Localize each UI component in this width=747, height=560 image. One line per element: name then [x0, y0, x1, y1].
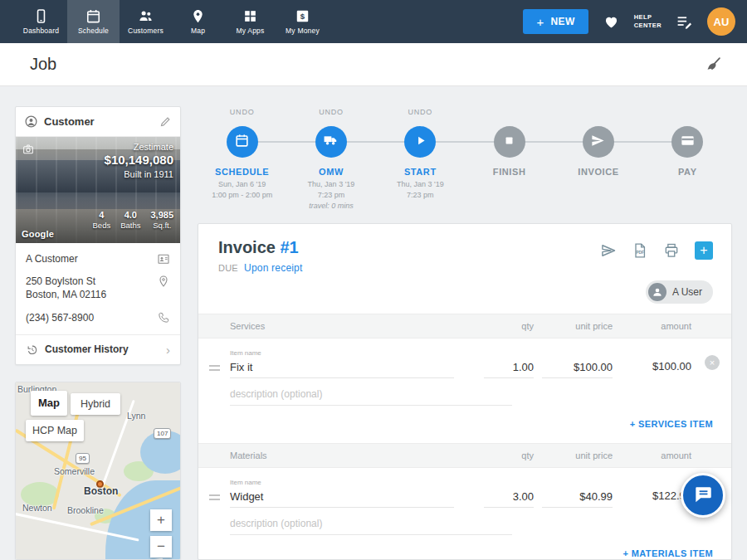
map-card: 95 107 Burlington Lynn Somerville Boston… [15, 382, 181, 560]
customer-phone-row: (234) 567-8900 [26, 311, 170, 324]
add-materials-item-link[interactable]: + MATERIALS ITEM [622, 548, 713, 558]
todo-list-icon[interactable] [676, 13, 693, 31]
map-type-hybrid-button[interactable]: Hybrid [71, 393, 120, 415]
omw-step-button[interactable] [315, 126, 347, 158]
timeline-step-omw: UNDO OMW Thu, Jan 3 '19 7:23 pm travel: … [286, 108, 375, 212]
customer-name-row: A Customer [26, 252, 170, 265]
step-date-line: Sun, Jan 6 '19 [198, 179, 286, 190]
material-unit-price-input[interactable] [542, 489, 613, 508]
nav-my-money[interactable]: $ My Money [276, 0, 329, 43]
undo-omw-button[interactable]: UNDO [286, 108, 375, 119]
customer-address-row: 250 Boylston St Boston, MA 02116 [26, 275, 170, 301]
service-item-row: Item name $100.00 × [198, 338, 731, 378]
section-title: Materials [230, 450, 476, 460]
new-button[interactable]: + NEW [523, 9, 588, 34]
start-step-button[interactable] [404, 126, 436, 158]
customer-history-row[interactable]: Customer History › [16, 334, 180, 364]
invoice-step-button[interactable] [583, 126, 614, 158]
amount-column-header: amount [613, 321, 691, 331]
finish-step-button[interactable] [494, 126, 525, 158]
new-button-label: NEW [551, 16, 575, 27]
due-value-link[interactable]: Upon receipt [244, 262, 302, 274]
assignee-chip[interactable]: A User [646, 280, 713, 304]
step-label: INVOICE [554, 167, 642, 177]
service-description-input[interactable] [230, 387, 512, 406]
nav-schedule[interactable]: Schedule [67, 0, 120, 43]
user-avatar-icon [648, 283, 666, 301]
material-name-input[interactable] [230, 489, 454, 508]
undo-schedule-button[interactable]: UNDO [198, 108, 286, 119]
material-qty-input[interactable] [484, 489, 534, 508]
service-unit-price-input[interactable] [542, 359, 613, 378]
map-label-newton: Newton [22, 503, 52, 513]
plus-icon: + [536, 15, 544, 29]
pdf-icon[interactable]: PDF [632, 242, 648, 259]
route-shield-107: 107 [154, 428, 171, 439]
drag-handle-icon[interactable] [209, 494, 220, 503]
phone-call-icon[interactable] [157, 311, 170, 324]
invoice-card: Invoice #1 DUE Upon receipt PDF + [198, 223, 732, 560]
undo-spacer [643, 108, 732, 119]
chat-fab-button[interactable] [681, 473, 725, 518]
timeline-step-finish: FINISH [465, 108, 554, 212]
service-qty-input[interactable] [484, 359, 534, 378]
schedule-step-button[interactable] [227, 126, 258, 158]
material-description-row [198, 508, 731, 535]
property-photo: Zestimate $10,149,080 Built in 1911 4 Be… [16, 137, 180, 243]
undo-start-button[interactable]: UNDO [376, 108, 465, 119]
nav-label: My Apps [237, 27, 265, 35]
add-invoice-button[interactable]: + [695, 241, 713, 260]
drag-handle-icon[interactable] [209, 365, 220, 373]
primary-nav: Dashboard Schedule Customers Map My Apps… [15, 0, 329, 43]
item-name-cell: Item name [230, 349, 476, 378]
customer-card-title: Customer [44, 115, 154, 128]
remove-service-item-icon[interactable]: × [705, 355, 720, 370]
sqft-label: Sq.ft. [150, 221, 173, 230]
nav-dashboard[interactable]: Dashboard [15, 0, 67, 43]
nav-label: Customers [128, 27, 164, 35]
built-year: Built in 1911 [105, 169, 173, 179]
nav-customers[interactable]: Customers [120, 0, 172, 43]
baths-value: 4.0 [120, 210, 140, 220]
location-pin-icon[interactable] [157, 275, 170, 288]
print-icon[interactable] [663, 242, 680, 259]
unit-price-cell [534, 489, 613, 508]
qty-cell [476, 489, 534, 508]
people-icon [138, 8, 154, 24]
unit-price-column-header: unit price [534, 450, 613, 460]
add-services-item-link[interactable]: + SERVICES ITEM [630, 419, 713, 429]
customer-name: A Customer [26, 252, 78, 265]
zoom-in-button[interactable]: + [150, 509, 172, 531]
service-name-input[interactable] [230, 359, 454, 378]
help-line1: HELP [634, 13, 662, 22]
pay-step-button[interactable] [671, 126, 703, 158]
baths-label: Baths [120, 221, 140, 230]
nav-map[interactable]: Map [172, 0, 224, 43]
customer-card: Customer Zestimate $10,149,080 Built in … [15, 106, 181, 365]
timeline-step-start: UNDO START Thu, Jan 3 '19 7:23 pm [376, 108, 465, 212]
content-area: Customer Zestimate $10,149,080 Built in … [0, 86, 747, 560]
avatar[interactable]: AU [707, 7, 735, 36]
step-date-line: 1:00 pm - 2:00 pm [198, 190, 286, 201]
help-center-link[interactable]: HELP CENTER [634, 13, 662, 31]
add-service-row: + SERVICES ITEM [198, 406, 731, 443]
edit-customer-icon[interactable] [159, 115, 172, 128]
send-invoice-icon[interactable] [600, 242, 617, 259]
step-label: OMW [286, 167, 375, 177]
add-material-row: + MATERIALS ITEM [198, 535, 731, 560]
timeline-step-schedule: UNDO SCHEDULE Sun, Jan 6 '19 1:00 pm - 2… [198, 108, 286, 212]
chevron-right-icon: › [166, 343, 170, 356]
timeline-step-invoice: INVOICE [554, 108, 642, 212]
job-tools-icon[interactable] [705, 56, 722, 73]
contact-card-icon[interactable] [157, 252, 170, 265]
nav-my-apps[interactable]: My Apps [224, 0, 276, 43]
zoom-out-button[interactable]: − [150, 536, 172, 558]
hcp-map-button[interactable]: HCP Map [26, 420, 84, 441]
refer-heart-icon[interactable] [603, 13, 620, 31]
section-title: Services [230, 321, 476, 331]
invoice-number[interactable]: #1 [280, 238, 298, 256]
assignee-row: A User [198, 279, 731, 314]
map-type-map-button[interactable]: Map [31, 391, 67, 416]
customer-history-label: Customer History [45, 343, 159, 355]
material-description-input[interactable] [230, 516, 512, 535]
